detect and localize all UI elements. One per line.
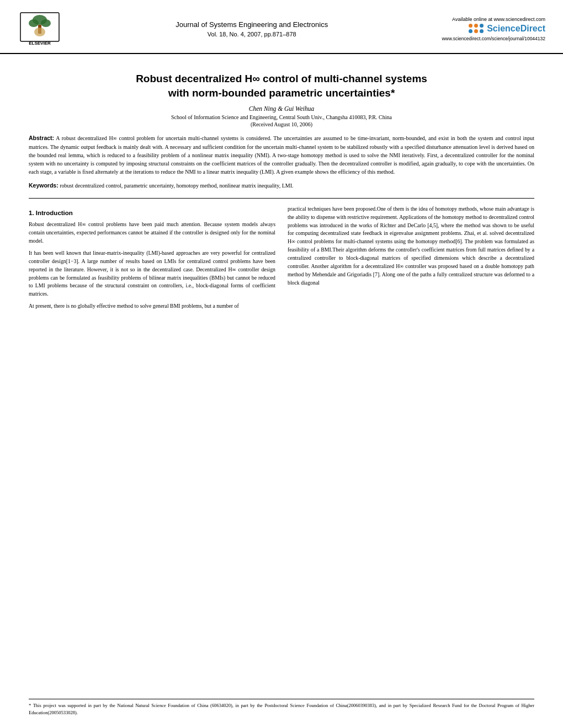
- svg-point-5: [34, 28, 45, 36]
- svg-point-2: [29, 19, 39, 27]
- title-part1: Robust decentralized H: [136, 73, 252, 84]
- received: (Received August 10, 2006): [29, 121, 534, 127]
- title-inf: ∞: [252, 73, 260, 84]
- journal-name: Journal of Systems Engineering and Elect…: [73, 20, 431, 29]
- svg-text:ELSEVIER: ELSEVIER: [29, 41, 51, 46]
- keywords-label: Keywords:: [29, 182, 59, 189]
- authors: Chen Ning & Gui Weihua: [29, 105, 534, 112]
- elsevier-logo: ELSEVIER: [18, 10, 62, 47]
- sd-dots: [469, 24, 484, 34]
- journal-vol: Vol. 18, No. 4, 2007, pp.871–878: [73, 31, 431, 38]
- header: ELSEVIER Journal of Systems Engineering …: [0, 0, 563, 54]
- page: ELSEVIER Journal of Systems Engineering …: [0, 0, 563, 728]
- svg-point-3: [41, 19, 51, 27]
- intro-p3: At present, there is no globally effecti…: [29, 302, 275, 311]
- dot3: [480, 24, 484, 28]
- right-col: practical techniques have been proposed.…: [288, 205, 534, 314]
- section1-heading: 1. Introduction: [29, 208, 275, 218]
- article-title: Robust decentralized H∞ control of multi…: [29, 72, 534, 100]
- dot6: [480, 29, 484, 33]
- elsevier-logo-area: ELSEVIER: [18, 10, 62, 47]
- sciencedirect-logo: ScienceDirect: [442, 24, 545, 34]
- intro-p1: Robust decentralized H∞ control problems…: [29, 221, 275, 245]
- left-col: 1. Introduction Robust decentralized H∞ …: [29, 205, 275, 314]
- sd-brand: ScienceDirect: [487, 24, 545, 34]
- intro-p2: It has been well known that linear-matri…: [29, 249, 275, 298]
- footnote-text: * This project was supported in part by …: [29, 703, 534, 715]
- keywords-section: Keywords: robust decentralized control, …: [29, 181, 534, 190]
- intro-col2-p1: practical techniques have been proposed.…: [288, 205, 534, 287]
- header-right: Available online at www.sciencedirect.co…: [442, 17, 545, 41]
- affiliation: School of Information Science and Engine…: [29, 114, 534, 120]
- abstract-label: Abstract:: [29, 135, 54, 141]
- title-part2: control of multi-channel systems: [260, 73, 427, 84]
- dot5: [474, 29, 478, 33]
- footnote-area: * This project was supported in part by …: [29, 699, 534, 716]
- content: Robust decentralized H∞ control of multi…: [0, 54, 563, 325]
- abstract-section: Abstract: A robust decentralized H∞ cont…: [29, 134, 534, 176]
- keywords-text: robust decentralized control, parametric…: [60, 183, 293, 189]
- abstract-text: A robust decentralized H∞ control proble…: [29, 135, 534, 175]
- sd-url: www.sciencedirect.com/science/journal/10…: [442, 36, 545, 41]
- dot4: [469, 29, 472, 33]
- header-center: Journal of Systems Engineering and Elect…: [62, 20, 442, 38]
- two-col: 1. Introduction Robust decentralized H∞ …: [29, 205, 534, 314]
- divider: [29, 198, 534, 199]
- dot1: [469, 24, 472, 28]
- dot2: [474, 24, 478, 28]
- title-part3: with norm-bounded parametric uncertainti…: [168, 87, 395, 99]
- available-online: Available online at www.sciencedirect.co…: [442, 17, 545, 22]
